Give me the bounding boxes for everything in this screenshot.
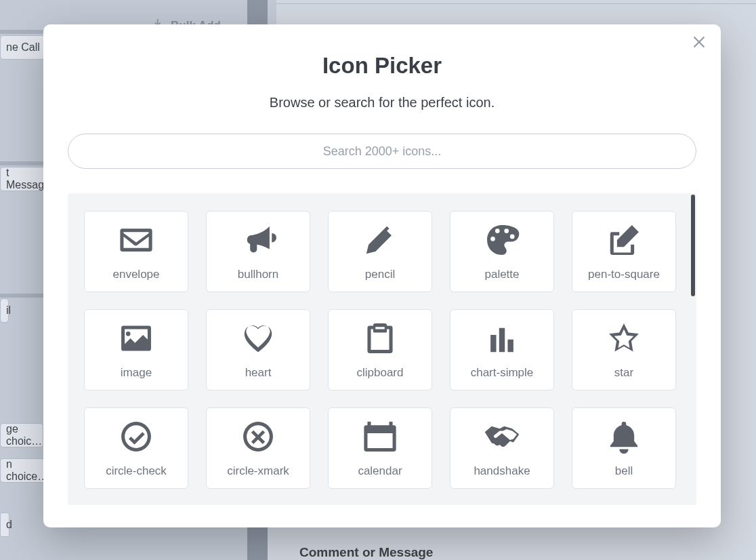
icon-option-label: envelope: [112, 268, 159, 281]
bell-icon: [606, 418, 642, 455]
icon-option-clipboard[interactable]: clipboard: [328, 309, 432, 391]
field-label: Comment or Message: [299, 545, 433, 560]
search-input[interactable]: [68, 134, 696, 169]
icon-option-bell[interactable]: bell: [572, 407, 676, 489]
pen-to-square-icon: [606, 222, 642, 258]
palette-icon: [484, 222, 520, 258]
calendar-icon: [362, 418, 398, 455]
envelope-icon: [118, 222, 154, 258]
sidebar-field[interactable]: ge choic…: [0, 423, 43, 447]
icon-option-label: calendar: [358, 464, 402, 478]
icon-option-star[interactable]: star: [572, 309, 676, 391]
icon-grid: envelopebullhornpencilpalettepen-to-squa…: [84, 211, 676, 489]
icon-option-bullhorn[interactable]: bullhorn: [206, 211, 310, 292]
icon-option-label: bell: [615, 464, 633, 478]
icon-option-circle-check[interactable]: circle-check: [84, 407, 188, 489]
icon-option-label: circle-xmark: [227, 464, 289, 478]
close-button[interactable]: [691, 34, 707, 50]
close-icon: [691, 41, 707, 52]
chart-simple-icon: [484, 320, 520, 357]
icon-option-palette[interactable]: palette: [450, 211, 554, 292]
bullhorn-icon: [240, 222, 276, 258]
icon-option-calendar[interactable]: calendar: [328, 407, 432, 489]
search-wrapper: [68, 134, 696, 169]
scrollbar-thumb[interactable]: [691, 195, 695, 296]
icon-option-label: star: [614, 366, 633, 380]
icon-results-panel: envelopebullhornpencilpalettepen-to-squa…: [68, 193, 696, 505]
modal-title: Icon Picker: [43, 53, 721, 79]
pencil-icon: [362, 222, 398, 258]
icon-option-label: clipboard: [357, 366, 404, 380]
icon-option-label: handshake: [474, 464, 530, 478]
icon-option-pencil[interactable]: pencil: [328, 211, 432, 292]
handshake-icon: [484, 418, 520, 455]
circle-xmark-icon: [240, 418, 276, 455]
sidebar-field[interactable]: n choice…: [0, 458, 46, 483]
icon-option-label: bullhorn: [238, 268, 279, 281]
sidebar-field[interactable]: t Message: [0, 167, 46, 191]
circle-check-icon: [118, 418, 154, 455]
heart-icon: [240, 320, 276, 357]
icon-option-label: pencil: [365, 268, 395, 281]
icon-option-label: circle-check: [106, 464, 167, 478]
star-icon: [606, 320, 642, 357]
icon-option-image[interactable]: image: [84, 309, 188, 391]
sidebar-field[interactable]: ne Call: [0, 35, 45, 60]
sidebar-field[interactable]: il: [0, 298, 9, 323]
icon-option-chart-simple[interactable]: chart-simple: [450, 309, 554, 391]
clipboard-icon: [362, 320, 398, 357]
image-icon: [118, 320, 154, 357]
icon-option-circle-xmark[interactable]: circle-xmark: [206, 407, 310, 489]
icon-option-label: heart: [245, 366, 272, 380]
icon-picker-modal: Icon Picker Browse or search for the per…: [43, 24, 721, 527]
icon-option-pen-to-square[interactable]: pen-to-square: [572, 211, 676, 292]
icon-option-label: chart-simple: [471, 366, 534, 380]
icon-option-heart[interactable]: heart: [206, 309, 310, 391]
icon-option-label: palette: [484, 268, 519, 281]
icon-option-handshake[interactable]: handshake: [450, 407, 554, 489]
icon-option-label: image: [121, 366, 152, 380]
sidebar-field[interactable]: d: [0, 513, 9, 537]
modal-subtitle: Browse or search for the perfect icon.: [43, 95, 721, 111]
icon-option-envelope[interactable]: envelope: [84, 211, 188, 292]
icon-option-label: pen-to-square: [588, 268, 660, 281]
